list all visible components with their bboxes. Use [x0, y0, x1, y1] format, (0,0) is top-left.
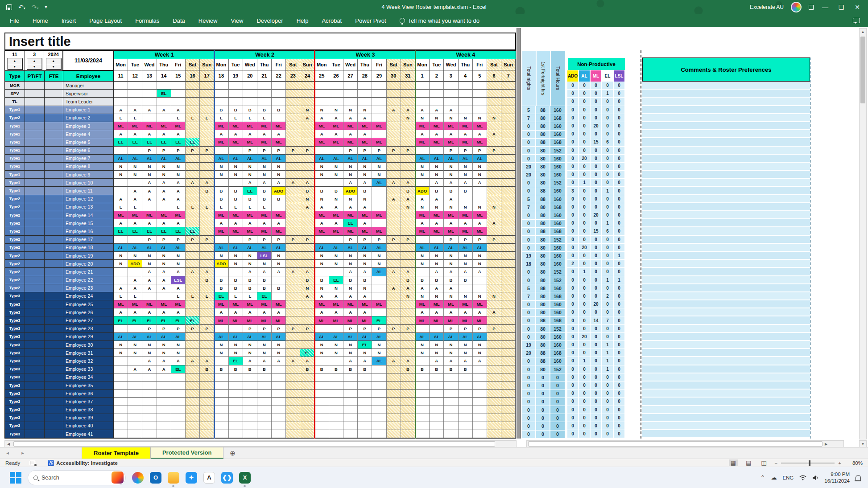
roster-cell[interactable]: ML [214, 316, 228, 324]
roster-cell[interactable]: ADO [343, 187, 358, 195]
comment-cell[interactable] [642, 90, 810, 98]
roster-cell[interactable] [501, 316, 516, 324]
comment-cell[interactable] [642, 398, 810, 406]
restore-button[interactable]: ❏ [837, 4, 846, 11]
roster-cell[interactable] [171, 430, 186, 438]
roster-cell[interactable] [487, 341, 501, 349]
roster-cell[interactable] [186, 422, 200, 430]
roster-cell[interactable]: A [430, 130, 444, 138]
roster-cell[interactable]: N [171, 252, 186, 260]
roster-cell[interactable]: A [157, 365, 171, 373]
roster-cell[interactable]: P [487, 325, 501, 333]
roster-cell[interactable]: N [128, 341, 142, 349]
roster-cell[interactable] [114, 147, 128, 155]
roster-cell[interactable] [142, 292, 157, 300]
roster-cell[interactable] [329, 373, 343, 381]
roster-cell[interactable]: B [229, 276, 243, 284]
employee-name-cell[interactable]: Employee 26 [63, 308, 114, 316]
roster-cell[interactable] [272, 90, 286, 98]
roster-cell[interactable]: A [430, 268, 444, 276]
roster-cell[interactable]: P [142, 236, 157, 244]
roster-cell[interactable]: A [444, 195, 458, 203]
roster-cell[interactable]: ML [473, 316, 487, 324]
roster-cell[interactable] [114, 406, 128, 414]
roster-cell[interactable]: L [200, 203, 214, 211]
roster-cell[interactable] [329, 398, 343, 406]
roster-cell[interactable]: N [229, 163, 243, 171]
roster-cell[interactable]: P [473, 147, 487, 155]
roster-cell[interactable]: A [142, 187, 157, 195]
roster-cell[interactable] [286, 341, 300, 349]
roster-cell[interactable] [200, 252, 214, 260]
roster-cell[interactable] [501, 430, 516, 438]
employee-name-cell[interactable]: Employee 41 [63, 430, 114, 438]
roster-cell[interactable] [501, 211, 516, 219]
roster-cell[interactable]: ML [444, 211, 458, 219]
roster-cell[interactable]: N [415, 260, 430, 268]
roster-cell[interactable]: N [343, 341, 358, 349]
roster-cell[interactable] [315, 236, 329, 244]
roster-cell[interactable] [200, 308, 214, 316]
roster-cell[interactable] [243, 90, 257, 98]
employee-name-cell[interactable]: Employee 20 [63, 260, 114, 268]
roster-cell[interactable]: N [459, 292, 473, 300]
roster-cell[interactable] [358, 422, 372, 430]
ptft-cell[interactable] [25, 373, 44, 381]
roster-cell[interactable] [387, 381, 401, 390]
roster-cell[interactable]: B [214, 365, 228, 373]
employee-name-cell[interactable]: Employee 25 [63, 300, 114, 308]
roster-cell[interactable]: L [214, 114, 228, 122]
roster-cell[interactable] [171, 82, 186, 90]
ptft-cell[interactable] [25, 122, 44, 130]
roster-cell[interactable]: ML [372, 138, 386, 146]
roster-cell[interactable]: EL [157, 316, 171, 324]
roster-cell[interactable] [157, 203, 171, 211]
roster-cell[interactable]: ML [343, 227, 358, 235]
roster-cell[interactable] [286, 195, 300, 203]
roster-cell[interactable]: EL [128, 316, 142, 324]
roster-cell[interactable] [459, 398, 473, 406]
roster-cell[interactable] [257, 82, 272, 90]
comment-cell[interactable] [642, 122, 810, 130]
roster-cell[interactable] [487, 414, 501, 422]
comment-cell[interactable] [642, 114, 810, 122]
roster-cell[interactable] [501, 179, 516, 187]
roster-cell[interactable] [300, 414, 314, 422]
comments-icon[interactable] [853, 18, 860, 23]
roster-cell[interactable] [286, 430, 300, 438]
ptft-cell[interactable] [25, 398, 44, 406]
roster-cell[interactable] [487, 90, 501, 98]
roster-cell[interactable]: ML [430, 316, 444, 324]
roster-cell[interactable] [358, 398, 372, 406]
roster-cell[interactable] [171, 422, 186, 430]
roster-cell[interactable] [142, 381, 157, 390]
roster-cell[interactable]: N [343, 195, 358, 203]
roster-cell[interactable]: A [358, 292, 372, 300]
roster-cell[interactable]: L [229, 292, 243, 300]
type-cell[interactable]: Type3 [4, 316, 25, 324]
roster-cell[interactable]: P [243, 325, 257, 333]
roster-cell[interactable] [114, 357, 128, 365]
roster-cell[interactable] [487, 430, 501, 438]
roster-cell[interactable] [430, 325, 444, 333]
roster-cell[interactable]: A [358, 114, 372, 122]
tell-me-box[interactable]: Tell me what you want to do [400, 17, 479, 24]
roster-cell[interactable]: ML [459, 138, 473, 146]
roster-cell[interactable]: B [358, 365, 372, 373]
ptft-cell[interactable] [25, 430, 44, 438]
roster-cell[interactable]: B [343, 276, 358, 284]
roster-cell[interactable] [329, 268, 343, 276]
roster-cell[interactable]: EL [128, 227, 142, 235]
roster-cell[interactable] [343, 373, 358, 381]
roster-cell[interactable]: A [128, 284, 142, 292]
roster-cell[interactable] [401, 341, 415, 349]
roster-cell[interactable] [114, 98, 128, 106]
roster-cell[interactable]: B [300, 187, 314, 195]
roster-cell[interactable] [473, 430, 487, 438]
roster-cell[interactable]: P [401, 236, 415, 244]
roster-cell[interactable]: L [128, 114, 142, 122]
roster-cell[interactable]: P [372, 236, 386, 244]
roster-cell[interactable] [401, 171, 415, 179]
roster-cell[interactable]: ML [128, 300, 142, 308]
fte-cell[interactable] [44, 219, 63, 227]
